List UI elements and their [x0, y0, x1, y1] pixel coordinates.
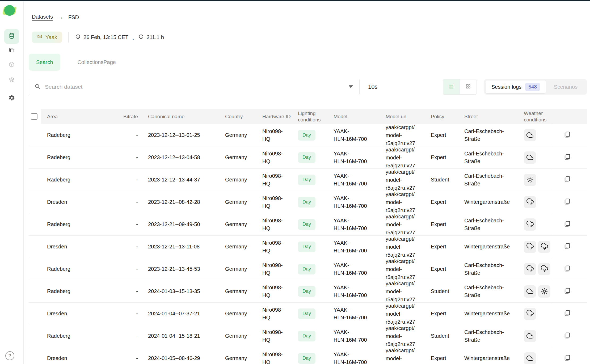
cell-lighting: Day [292, 197, 327, 208]
table-row[interactable]: Dresden - 2024-01-05--08-46-29 Germany N… [29, 347, 587, 364]
cell-bitrate: - [104, 176, 142, 184]
copy-button[interactable] [562, 219, 572, 230]
cell-country: Germany [219, 310, 256, 318]
cell-area: Radeberg [41, 131, 104, 139]
cell-weather [517, 196, 551, 208]
session-logs-segment[interactable]: Session logs 548 [486, 81, 546, 93]
sidebar-item-datasets[interactable] [4, 29, 19, 44]
cell-street: Carl-Eschebach- Straße [458, 217, 517, 232]
cell-weather [517, 285, 551, 298]
copy-icon [563, 131, 571, 139]
table-header: Area Bitrate Canonical name Country Hard… [29, 109, 587, 124]
grid-view-button[interactable] [460, 79, 477, 94]
copy-button[interactable] [562, 308, 572, 319]
cell-country: Germany [219, 243, 256, 251]
vehicle-badge-label: Yaak [45, 34, 57, 40]
cell-hardware-id: Niro098- HQ [256, 239, 292, 255]
cell-model-url: yaak/​cargpt/​model-​r5ajq2ru:v27 [379, 280, 424, 303]
vehicle-badge[interactable]: Yaak [32, 32, 62, 43]
cell-model: YAAK- HLN-16M-700 [327, 128, 379, 143]
table-row[interactable]: Dresden - 2023-12-21--13-11-08 Germany N… [29, 236, 587, 258]
tab-collections-page[interactable]: CollectionsPage [77, 59, 116, 65]
cell-hardware-id: Niro098- HQ [256, 284, 292, 299]
table-row[interactable]: Radeberg - 2023-12-12--13-01-25 Germany … [29, 124, 587, 146]
header-bitrate: Bitrate [104, 113, 142, 120]
cell-policy: Expert [424, 243, 458, 251]
search-box[interactable] [29, 79, 360, 95]
cell-street: Carl-Eschebach- Straße [458, 150, 517, 165]
cell-canonical-name: 2023-12-21--08-42-28 [142, 198, 219, 206]
sidebar-item-graph[interactable] [4, 73, 19, 87]
copy-button[interactable] [562, 242, 572, 252]
cell-area: Dresden [41, 310, 104, 318]
table-row[interactable]: Radeberg - 2023-12-21--13-45-53 Germany … [29, 258, 587, 280]
cell-weather [517, 263, 551, 275]
copy-button[interactable] [562, 353, 572, 364]
copy-button[interactable] [562, 286, 572, 297]
copy-icon [563, 242, 571, 251]
search-input[interactable] [44, 83, 344, 90]
cell-bitrate: - [104, 332, 142, 340]
history-clock-icon [75, 34, 81, 41]
copy-icon [563, 309, 571, 318]
cell-bitrate: - [104, 154, 142, 161]
cell-policy: Expert [424, 221, 458, 228]
cell-canonical-name: 2023-12-21--09-49-50 [142, 221, 219, 228]
cell-model: YAAK- HLN-16M-700 [327, 194, 379, 210]
select-all-checkbox[interactable] [31, 113, 37, 120]
cell-street: Wintergartenstraße [458, 310, 517, 318]
cell-model: YAAK- HLN-16M-700 [327, 351, 379, 364]
cell-street: Wintergartenstraße [458, 354, 517, 362]
copy-button[interactable] [562, 331, 572, 341]
folders-icon [8, 47, 15, 55]
cell-canonical-name: 2023-12-12--13-04-58 [142, 154, 219, 161]
cell-actions [551, 303, 584, 325]
meta-divider [68, 32, 69, 43]
sun-icon [538, 285, 550, 298]
brand-logo[interactable] [3, 5, 16, 17]
copy-icon [563, 198, 571, 206]
rain-icon [524, 196, 536, 208]
copy-button[interactable] [562, 264, 572, 274]
header-street: Street [458, 113, 517, 120]
sidebar-item-settings[interactable] [4, 91, 19, 106]
filter-icon[interactable] [348, 83, 354, 91]
cell-model-url: yaak/​cargpt/​model-​r5ajq2ru:v27 [379, 324, 424, 348]
cell-actions [551, 169, 584, 191]
help-icon[interactable]: ? [5, 351, 14, 360]
view-toggle [443, 79, 477, 95]
copy-button[interactable] [562, 197, 572, 208]
table-row[interactable]: Dresden - 2023-12-21--08-42-28 Germany N… [29, 191, 587, 213]
cell-model: YAAK- HLN-16M-700 [327, 239, 379, 255]
cell-country: Germany [219, 332, 256, 340]
table-row[interactable]: Radeberg - 2023-12-12--13-44-37 Germany … [29, 169, 587, 191]
table-row[interactable]: Radeberg - 2023-12-12--13-04-58 Germany … [29, 146, 587, 169]
breadcrumb-arrow-icon: → [58, 14, 64, 21]
table-row[interactable]: Dresden - 2024-01-04--07-37-21 Germany N… [29, 303, 587, 325]
table-row[interactable]: Radeberg - 2024-01-03--15-13-35 Germany … [29, 280, 587, 303]
cell-actions [551, 191, 584, 213]
cell-model-url: yaak/​cargpt/​model-​r5ajq2ru:v27 [379, 257, 424, 281]
cloud-icon [524, 151, 536, 164]
sidebar-item-packages[interactable] [4, 58, 19, 73]
table-row[interactable]: Radeberg - 2023-12-21--09-49-50 Germany … [29, 213, 587, 236]
copy-button[interactable] [562, 152, 572, 163]
cell-actions [551, 146, 584, 168]
sidebar-item-collections[interactable] [4, 43, 19, 58]
list-view-button[interactable] [443, 79, 460, 94]
lighting-badge: Day [298, 197, 315, 208]
cell-country: Germany [219, 287, 256, 295]
cell-area: Dresden [41, 354, 104, 362]
copy-button[interactable] [562, 130, 572, 141]
lighting-badge: Day [298, 175, 315, 185]
rain-icon [524, 308, 536, 320]
table-row[interactable]: Radeberg - 2024-01-04--15-18-21 Germany … [29, 325, 587, 347]
dataset-meta-row: Yaak 26 Feb, 13:15 CET . [32, 31, 590, 43]
tab-search[interactable]: Search [29, 54, 60, 71]
copy-button[interactable] [562, 175, 572, 185]
breadcrumb-datasets[interactable]: Datasets [32, 14, 53, 21]
scenarios-segment[interactable]: Scenarios [546, 84, 585, 90]
help-glyph: ? [9, 353, 11, 359]
list-view-icon [448, 83, 454, 91]
logo-circle-shape [4, 5, 15, 16]
